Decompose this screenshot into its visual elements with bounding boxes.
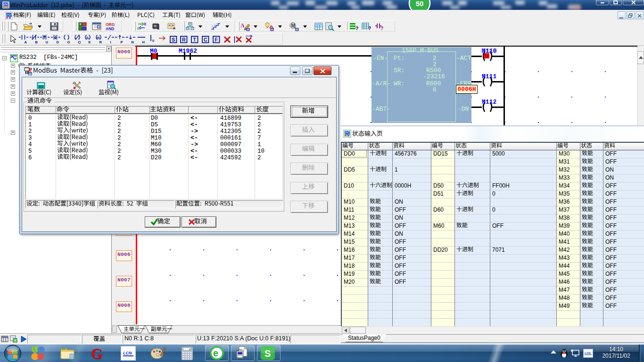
svg-text:I: I	[110, 40, 111, 44]
svg-text:A: A	[240, 22, 245, 29]
svg-text:D: D	[57, 40, 59, 44]
svg-text:S: S	[172, 37, 175, 42]
svg-text:R: R	[99, 40, 102, 44]
svg-text:50: 50	[416, 0, 424, 8]
svg-text:N: N	[132, 40, 134, 44]
svg-text:F: F	[215, 37, 218, 42]
svg-text:AND: AND	[106, 26, 114, 31]
svg-text:e: e	[213, 348, 218, 358]
svg-text:C: C	[204, 37, 207, 42]
svg-text:A: A	[25, 40, 27, 44]
svg-text:T: T	[193, 37, 197, 42]
svg-text:R: R	[182, 37, 186, 42]
svg-text:H: H	[142, 40, 145, 44]
svg-text:?: ?	[380, 26, 383, 31]
svg-text:S: S	[264, 348, 271, 359]
svg-text:Q: Q	[78, 40, 81, 44]
svg-text:P: P	[121, 40, 123, 44]
svg-text:O: O	[67, 40, 70, 44]
svg-text:B: B	[35, 40, 38, 44]
svg-text:S: S	[86, 36, 89, 40]
svg-text:8: 8	[189, 348, 191, 351]
svg-text:?: ?	[355, 26, 358, 31]
svg-text:R: R	[97, 36, 100, 40]
svg-text:M: M	[291, 23, 295, 28]
svg-text:U: U	[46, 40, 48, 44]
svg-text:?: ?	[368, 26, 371, 31]
svg-text:V: V	[152, 39, 155, 43]
svg-text:E: E	[89, 40, 91, 44]
